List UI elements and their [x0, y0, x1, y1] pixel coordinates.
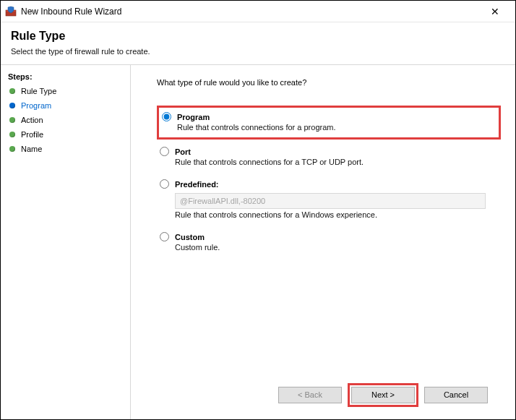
option-custom: Custom Custom rule. — [157, 228, 501, 257]
window-title: New Inbound Rule Wizard — [21, 7, 481, 17]
step-label: Name — [21, 145, 42, 153]
wizard-body: Steps: Rule Type Program Action Profile … — [1, 65, 515, 419]
steps-sidebar: Steps: Rule Type Program Action Profile … — [1, 65, 131, 419]
predefined-select: @FirewallAPI.dll,-80200 — [175, 193, 486, 209]
option-program: Program Rule that controls connections f… — [157, 106, 501, 140]
next-button-wrap: Next > — [348, 383, 418, 407]
step-label: Action — [21, 116, 43, 124]
radio-custom[interactable] — [160, 232, 169, 241]
option-predefined: Predefined: @FirewallAPI.dll,-80200 Rule… — [157, 175, 501, 225]
bullet-icon — [9, 88, 15, 94]
option-custom-desc: Custom rule. — [175, 243, 496, 252]
main-panel: What type of rule would you like to crea… — [131, 65, 515, 419]
bullet-icon — [9, 103, 15, 108]
bullet-icon — [9, 132, 15, 137]
step-label: Profile — [21, 130, 43, 139]
cancel-button[interactable]: Cancel — [424, 387, 488, 403]
option-custom-label: Custom — [175, 233, 205, 241]
option-program-desc: Rule that controls connections for a pro… — [177, 123, 494, 132]
step-program[interactable]: Program — [7, 98, 130, 113]
next-button[interactable]: Next > — [351, 387, 415, 403]
option-port-label: Port — [175, 147, 191, 156]
steps-title: Steps: — [7, 71, 130, 84]
option-predefined-label: Predefined: — [175, 180, 219, 189]
step-label: Rule Type — [21, 87, 56, 95]
option-predefined-desc: Rule that controls connections for a Win… — [175, 210, 496, 219]
option-program-label: Program — [177, 113, 210, 121]
footer-buttons: < Back Next > Cancel — [157, 377, 501, 412]
back-button-wrap: < Back — [277, 385, 343, 405]
step-profile[interactable]: Profile — [7, 127, 130, 142]
step-name[interactable]: Name — [7, 142, 130, 156]
option-port: Port Rule that controls connections for … — [157, 142, 501, 172]
option-port-desc: Rule that controls connections for a TCP… — [175, 158, 496, 166]
step-label: Program — [21, 101, 51, 110]
page-subtitle: Select the type of firewall rule to crea… — [11, 47, 505, 56]
radio-program[interactable] — [162, 112, 171, 121]
page-title: Rule Type — [11, 30, 505, 43]
radio-port[interactable] — [160, 147, 169, 156]
step-action[interactable]: Action — [7, 113, 130, 127]
question-text: What type of rule would you like to crea… — [157, 78, 501, 87]
bullet-icon — [9, 117, 15, 123]
firewall-icon — [5, 6, 17, 17]
step-rule-type[interactable]: Rule Type — [7, 84, 130, 98]
bullet-icon — [9, 146, 15, 152]
close-icon[interactable]: ✕ — [481, 6, 509, 17]
back-button: < Back — [278, 387, 342, 403]
wizard-header: Rule Type Select the type of firewall ru… — [1, 22, 515, 65]
titlebar: New Inbound Rule Wizard ✕ — [1, 1, 515, 22]
cancel-button-wrap: Cancel — [423, 385, 489, 405]
radio-predefined[interactable] — [160, 179, 169, 189]
